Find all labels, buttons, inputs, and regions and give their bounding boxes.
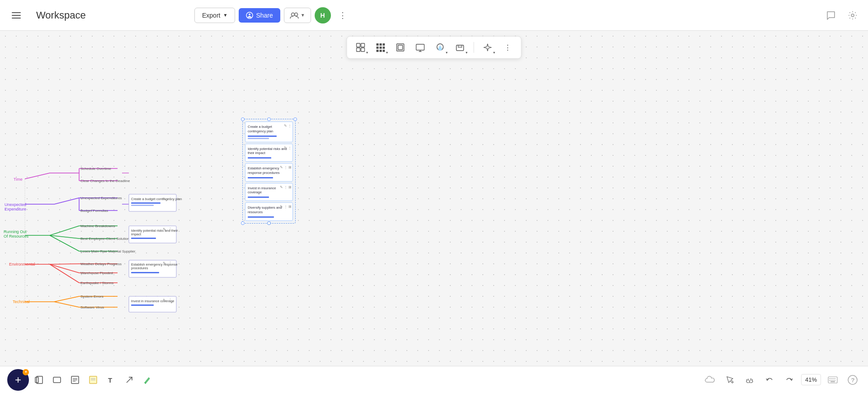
edit-icon[interactable]: ✎ — [280, 205, 283, 209]
toolbar-grid-btn[interactable]: ▾ — [373, 39, 389, 56]
cloud-icon[interactable] — [702, 372, 718, 388]
svg-line-121 — [127, 377, 132, 383]
toolbar-mindmap-btn[interactable]: ▾ — [353, 39, 369, 56]
svg-rect-0 — [12, 12, 21, 13]
cursor-icon[interactable] — [722, 372, 738, 388]
more-icon[interactable]: ⋮ — [288, 124, 292, 128]
resize-handle-bottom[interactable] — [267, 221, 271, 225]
expand-icon[interactable]: ⊞ — [288, 185, 292, 189]
resize-handle-bl[interactable] — [241, 221, 245, 225]
svg-text:Weather Delays Progress: Weather Delays Progress — [80, 262, 122, 266]
svg-text:Of Resources: Of Resources — [4, 234, 29, 239]
svg-text:Running Out: Running Out — [4, 229, 27, 234]
tool-text[interactable]: T — [103, 372, 119, 388]
svg-line-37 — [54, 198, 79, 204]
toolbar-more-btn[interactable]: ⋮ — [500, 39, 516, 56]
svg-text:⋮: ⋮ — [168, 261, 172, 266]
svg-line-49 — [50, 264, 79, 264]
toolbar-mask-btn[interactable]: ▾ — [452, 39, 468, 56]
resize-handle-tr[interactable] — [293, 117, 297, 121]
svg-text:✎: ✎ — [163, 261, 166, 266]
edit-icon[interactable]: ✎ — [284, 124, 287, 128]
toolbar-frame-btn[interactable] — [392, 39, 409, 56]
share-button[interactable]: Share — [239, 8, 280, 23]
svg-rect-28 — [458, 45, 462, 47]
svg-rect-94 — [129, 260, 176, 277]
svg-text:⋮: ⋮ — [168, 227, 172, 232]
svg-rect-23 — [416, 44, 425, 50]
workspace-title[interactable]: Workspace — [31, 6, 189, 25]
menu-button[interactable] — [7, 6, 25, 24]
undo-icon[interactable] — [761, 372, 778, 388]
tool-pen[interactable] — [139, 372, 156, 388]
svg-text:Unexpected Expenditures: Unexpected Expenditures — [80, 196, 122, 200]
card-4-bar — [248, 196, 269, 198]
more-options-button[interactable]: ⋮ — [335, 7, 351, 23]
svg-text:Software Virus: Software Virus — [80, 305, 104, 309]
chat-icon[interactable] — [823, 7, 839, 23]
svg-text:T: T — [108, 376, 112, 384]
svg-rect-84 — [131, 202, 160, 204]
diagram-toolbar: ▾ ▾ ▾ — [347, 36, 522, 59]
svg-text:Machine Breakdowns: Machine Breakdowns — [80, 224, 115, 228]
expand-icon[interactable]: ⊞ — [288, 205, 292, 209]
tool-arrow[interactable] — [121, 372, 137, 388]
settings-icon[interactable] — [844, 7, 861, 23]
svg-line-51 — [50, 264, 79, 273]
svg-rect-14 — [383, 43, 385, 46]
svg-line-42 — [50, 226, 79, 235]
more-icon[interactable]: ⋮ — [284, 205, 288, 209]
svg-rect-19 — [380, 50, 382, 52]
svg-text:⋮: ⋮ — [168, 298, 172, 303]
export-button[interactable]: Export ▼ — [194, 8, 235, 23]
resize-handle-tm[interactable] — [267, 117, 271, 121]
add-button[interactable]: + ✦ — [7, 369, 29, 391]
zoom-level[interactable]: 41% — [801, 374, 821, 385]
svg-text:Expenditure: Expenditure — [5, 207, 26, 211]
svg-rect-97 — [131, 272, 159, 273]
keyboard-icon[interactable] — [825, 372, 841, 388]
collaborators-button[interactable]: ▼ — [284, 8, 311, 23]
hand-icon[interactable] — [741, 372, 758, 388]
svg-line-58 — [54, 302, 79, 307]
more-icon[interactable]: ⋮ — [284, 165, 288, 169]
tool-pages[interactable] — [31, 372, 47, 388]
help-icon[interactable]: ? — [844, 372, 861, 388]
tool-rectangle[interactable] — [49, 372, 65, 388]
svg-text:Invest in insurance coverage: Invest in insurance coverage — [131, 299, 174, 303]
redo-icon[interactable] — [781, 372, 797, 388]
svg-rect-15 — [377, 47, 379, 49]
tool-note[interactable] — [85, 372, 101, 388]
svg-rect-9 — [361, 43, 365, 47]
svg-point-4 — [249, 14, 250, 15]
more-icon[interactable]: ⋮ — [284, 185, 288, 189]
svg-rect-91 — [131, 238, 156, 239]
header: Workspace Export ▼ Share ▼ H ⋮ — [0, 0, 868, 31]
svg-rect-22 — [398, 45, 403, 50]
more-icon[interactable]: ⋮ — [288, 146, 292, 150]
svg-text:Schedule Overtime: Schedule Overtime — [80, 167, 112, 171]
card-1[interactable]: ✎ ⋮ Create a budget contingency plan — [245, 122, 293, 142]
resize-handle-tl[interactable] — [241, 117, 245, 121]
svg-rect-82 — [129, 194, 176, 211]
card-3[interactable]: ✎ ⋮ ⊞ Establish emergency response proce… — [245, 163, 293, 182]
tool-sticky[interactable] — [67, 372, 83, 388]
card-4[interactable]: ✎ ⋮ ⊞ Invest in insurance coverage — [245, 183, 293, 201]
toolbar-color-btn[interactable]: ▾ — [432, 39, 448, 56]
canvas[interactable]: Time Unexpected Expenditure Running Out … — [0, 31, 868, 366]
edit-icon[interactable]: ✎ — [280, 185, 283, 189]
svg-line-30 — [25, 173, 50, 179]
card-5[interactable]: ✎ ⋮ ⊞ Diversify suppliers and resources — [245, 202, 293, 221]
svg-text:Establish emergency response: Establish emergency response — [131, 262, 178, 267]
edit-icon[interactable]: ✎ — [280, 165, 283, 169]
svg-text:Loses Main Raw Material Suppli: Loses Main Raw Material Supplier — [80, 249, 136, 253]
svg-rect-88 — [129, 226, 176, 243]
svg-text:Identify potential risks and t: Identify potential risks and their — [131, 229, 178, 233]
edit-icon[interactable]: ✎ — [284, 146, 287, 150]
card-2[interactable]: ✎ ⋮ Identify potential risks and their i… — [245, 144, 293, 162]
svg-text:Create a budget contingency pl: Create a budget contingency plan — [131, 197, 182, 201]
avatar[interactable]: H — [315, 7, 331, 23]
expand-icon[interactable]: ⊞ — [288, 165, 292, 169]
toolbar-magic-btn[interactable]: ▾ — [480, 39, 496, 56]
toolbar-screen-btn[interactable] — [412, 39, 429, 56]
